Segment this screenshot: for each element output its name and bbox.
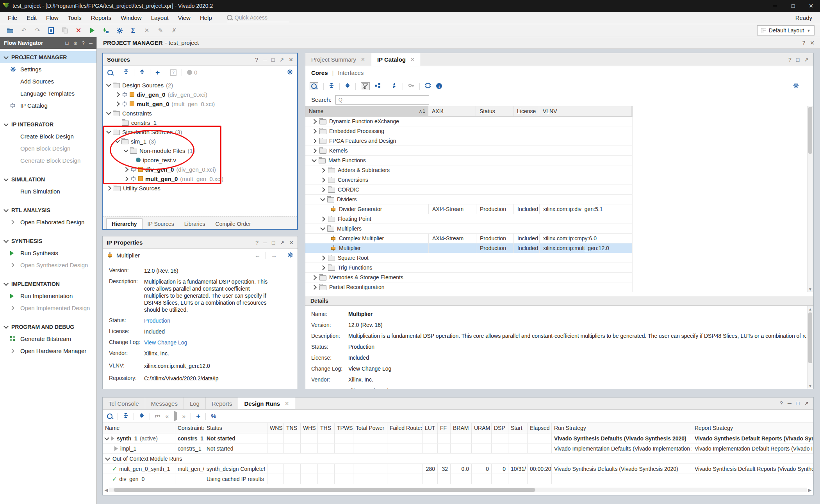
catalog-row[interactable]: FPGA Features and Design xyxy=(305,136,633,146)
help-icon[interactable]: ? xyxy=(788,57,791,63)
scroll-left-icon[interactable]: ◀ xyxy=(103,487,109,493)
chevron-right-icon[interactable] xyxy=(320,265,325,270)
tab-ip-catalog[interactable]: IP Catalog ✕ xyxy=(371,53,421,66)
tab-ip-sources[interactable]: IP Sources xyxy=(143,219,179,229)
column-header[interactable]: LUT xyxy=(422,423,438,433)
group-by-icon[interactable] xyxy=(375,83,381,90)
horizontal-scrollbar[interactable]: ◀ ▶ xyxy=(103,487,813,493)
search-icon[interactable] xyxy=(310,82,318,90)
catalog-row[interactable]: Partial Reconfiguration xyxy=(305,282,633,292)
back-arrow-icon[interactable]: ← xyxy=(255,252,260,259)
help-icon[interactable]: ? xyxy=(82,40,85,46)
close-panel-icon[interactable]: ✕ xyxy=(289,240,294,246)
sidebar-item-run-implementation[interactable]: Run Implementation xyxy=(0,290,96,302)
tab-design-runs[interactable]: Design Runs ✕ xyxy=(238,398,295,409)
sidebar-item-add-sources[interactable]: Add Sources xyxy=(0,75,96,87)
collapse-all-icon[interactable] xyxy=(329,83,334,89)
menu-view[interactable]: View xyxy=(173,14,195,21)
menu-flow[interactable]: Flow xyxy=(41,14,63,21)
tab-messages[interactable]: Messages xyxy=(145,398,184,409)
maximize-panel-icon[interactable]: ↗ xyxy=(280,240,285,246)
sum-report-icon[interactable]: Σ xyxy=(129,27,137,34)
sidebar-section-simulation[interactable]: SIMULATION xyxy=(0,173,96,185)
chevron-right-icon[interactable] xyxy=(123,167,128,172)
maximize-pane-icon[interactable]: ↗ xyxy=(804,400,809,406)
chevron-right-icon[interactable] xyxy=(320,256,325,261)
sidebar-item-ip-catalog[interactable]: IP Catalog xyxy=(0,99,96,112)
column-header[interactable]: TNS xyxy=(284,423,301,433)
minimize-pane-icon[interactable]: ─ xyxy=(788,400,791,406)
maximize-panel-icon[interactable]: ↗ xyxy=(280,57,284,63)
add-sources-icon[interactable]: + xyxy=(155,69,160,76)
help-icon[interactable]: ? xyxy=(802,40,805,46)
menu-layout[interactable]: Layout xyxy=(146,14,173,21)
percent-icon[interactable]: % xyxy=(211,413,216,419)
sidebar-section-project-manager[interactable]: PROJECT MANAGER xyxy=(0,51,96,63)
run-group-out-of-context[interactable]: Out-of-Context Module Runs xyxy=(103,454,813,464)
interfaces-view[interactable]: Interfaces xyxy=(338,69,364,76)
catalog-row-multipliers[interactable]: Multipliers xyxy=(305,224,633,234)
chevron-right-icon[interactable] xyxy=(312,129,317,134)
report-doc-icon[interactable] xyxy=(47,27,55,34)
column-header[interactable]: DSP xyxy=(492,423,508,433)
menu-help[interactable]: Help xyxy=(195,14,217,21)
tab-log[interactable]: Log xyxy=(184,398,206,409)
help-icon[interactable]: ? xyxy=(255,240,258,246)
column-header-vlnv[interactable]: VLNV xyxy=(539,106,632,116)
view-change-log-link[interactable]: View Change Log xyxy=(144,339,275,346)
column-header[interactable]: Elapsed xyxy=(528,423,552,433)
chevron-down-icon[interactable] xyxy=(105,456,110,461)
scroll-right-icon[interactable]: ▶ xyxy=(807,487,813,493)
catalog-row[interactable]: Conversions xyxy=(305,175,633,185)
chevron-right-icon[interactable] xyxy=(312,275,317,280)
chevron-down-icon[interactable] xyxy=(320,196,325,201)
collapse-all-icon[interactable]: ⊔ xyxy=(65,40,69,46)
scroll-down-icon[interactable]: ▼ xyxy=(808,383,813,389)
run-row-synth-1[interactable]: synth_1 (active) constrs_1 Not started V… xyxy=(103,433,813,444)
tree-item-ipcore-test-v[interactable]: ipcore_test.v xyxy=(103,155,297,165)
tab-hierarchy[interactable]: Hierarchy xyxy=(106,218,143,229)
sidebar-item-open-elaborated-design[interactable]: Open Elaborated Design xyxy=(0,216,96,228)
close-icon[interactable]: ✕ xyxy=(810,40,815,46)
column-header[interactable]: THS xyxy=(318,423,335,433)
expand-all-icon[interactable] xyxy=(345,83,350,89)
gear-icon[interactable] xyxy=(287,252,293,259)
gear-icon[interactable] xyxy=(287,69,293,76)
column-header[interactable]: Constraints xyxy=(175,423,204,433)
float-pane-icon[interactable]: □ xyxy=(796,400,799,406)
float-panel-icon[interactable]: □ xyxy=(272,240,275,246)
chevron-right-icon[interactable] xyxy=(312,285,317,290)
catalog-row[interactable]: Trig Functions xyxy=(305,263,633,273)
catalog-row[interactable]: Square Root xyxy=(305,253,633,263)
create-runs-icon[interactable]: + xyxy=(196,412,200,420)
help-icon[interactable]: ? xyxy=(255,57,258,63)
minimize-panel-icon[interactable]: ─ xyxy=(263,240,267,246)
tree-item-non-module-files[interactable]: Non-module Files(1) xyxy=(103,146,297,155)
expand-all-icon[interactable] xyxy=(139,69,145,76)
tree-item-constraints[interactable]: Constraints xyxy=(103,108,297,118)
catalog-row[interactable]: Adders & Subtracters xyxy=(305,165,633,175)
ip-catalog-search-input[interactable]: Q- xyxy=(335,95,429,105)
catalog-row[interactable]: CORDIC xyxy=(305,185,633,195)
chevron-right-icon[interactable] xyxy=(320,177,325,183)
info-icon[interactable]: i xyxy=(436,83,442,89)
catalog-row-complex-multiplier[interactable]: Complex Multiplier AXI4-Stream Productio… xyxy=(305,234,633,243)
minimize-window-icon[interactable]: ─ xyxy=(766,0,784,12)
column-header[interactable]: Report Strategy xyxy=(692,423,813,433)
chevron-down-icon[interactable] xyxy=(106,129,111,134)
run-icon[interactable] xyxy=(88,27,96,34)
expand-all-icon[interactable]: ⊕ xyxy=(73,40,78,46)
chevron-down-icon[interactable] xyxy=(115,138,120,143)
catalog-row[interactable]: Kernels xyxy=(305,146,633,156)
column-header[interactable]: Run Strategy xyxy=(552,423,692,433)
expand-all-icon[interactable] xyxy=(139,413,144,419)
tree-item-constrs-1[interactable]: constrs_1 xyxy=(103,118,297,127)
settings-gear-icon[interactable] xyxy=(116,27,123,34)
open-folder-icon[interactable] xyxy=(6,27,14,34)
tree-item-design-sources[interactable]: Design Sources(2) xyxy=(103,80,297,90)
catalog-row-math-functions[interactable]: Math Functions xyxy=(305,156,633,165)
chevron-right-icon[interactable] xyxy=(106,186,111,191)
chevron-right-icon[interactable] xyxy=(320,187,325,192)
sidebar-item-language-templates[interactable]: Language Templates xyxy=(0,87,96,99)
column-header[interactable]: WHS xyxy=(301,423,318,433)
